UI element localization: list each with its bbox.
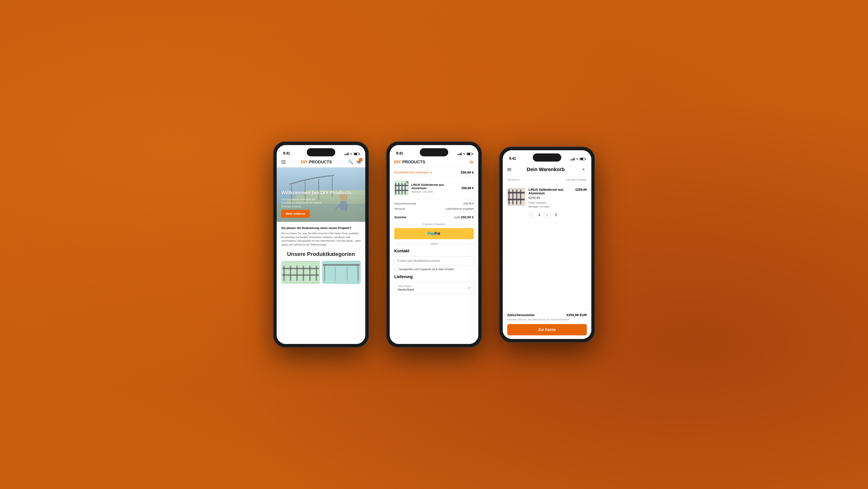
signal-icon-1 [344, 152, 348, 155]
logo-1: DIY - PRODUCTS . [301, 160, 333, 165]
cart-item-row: LINUS Geländerset aus Aluminium €259,99 … [503, 183, 591, 223]
cart-item-name: LINUS Geländerset aus Aluminium [528, 188, 575, 195]
dynamic-island-2 [420, 148, 448, 156]
cta-button-1[interactable]: Mehr erfahren [281, 210, 310, 218]
signal-icon-3 [570, 158, 575, 161]
newsletter-checkbox[interactable] [394, 268, 397, 271]
svg-rect-42 [507, 188, 525, 206]
delete-icon[interactable]: 🗑 [554, 213, 558, 217]
logo-2: DIY - PRODUCTS . [394, 160, 426, 165]
product-grid-1 [281, 261, 361, 284]
email-input[interactable] [394, 256, 474, 265]
col-product: PRODUKT [507, 178, 520, 181]
tax-note: Inklusive Steuern, Versand wird an der K… [507, 318, 587, 321]
cart-attr-farbe: Farbe: anthrazit, [528, 201, 575, 205]
cart-menu-icon[interactable] [507, 168, 511, 171]
order-summary-toggle[interactable]: Bestellübersicht verbergen ▲ 259,99 € [394, 168, 474, 177]
phone-2: 9:41 ∿ DIY - PRODUCTS . [386, 142, 482, 347]
country-label: Land / Region [398, 285, 470, 287]
country-select-wrap: Land / Region Deutschland ▼ [394, 282, 474, 294]
svg-rect-34 [395, 190, 408, 191]
total-row: Summe EUR259,99 € [394, 212, 474, 219]
cart-icon-wrap-1[interactable]: 🛍 2 [357, 160, 361, 165]
price-rows: Zwischensumme 259,99 € Versand Lieferadr… [394, 199, 474, 219]
svg-rect-24 [358, 265, 359, 281]
subtotal-value: 259,99 € [463, 202, 474, 205]
order-item-image: 1 [394, 181, 409, 195]
subtotal-row: Zwischensumme 259,99 € [394, 202, 474, 205]
shipping-label: Versand [394, 207, 405, 210]
order-item-name: LINUS Geländerset aus Aluminium [411, 183, 459, 190]
quantity-control: − 1 + 🗑 [528, 211, 587, 218]
qty-decrease-button[interactable]: − [528, 211, 535, 218]
wifi-icon-3: ∿ [576, 157, 578, 161]
hero-desc-1: Das Komplettset beinhaltet alle notwendi… [281, 198, 322, 208]
svg-rect-31 [401, 183, 403, 194]
cart-icon-2[interactable]: 🛍 [469, 160, 474, 165]
search-icon-1[interactable]: 🔍 [348, 160, 353, 165]
section-desc-1: Bei uns finden Sie, was Sie dafür brauch… [281, 231, 361, 247]
hero-text-1: Willkommen bei DIY-Products Das Komplett… [281, 190, 352, 208]
subtotal-label: Zwischensumme [394, 202, 416, 205]
cart-item-details: LINUS Geländerset aus Aluminium €259,99 … [528, 188, 575, 209]
svg-rect-30 [398, 183, 399, 194]
screen-1: Willkommen bei DIY-Products Das Komplett… [277, 168, 365, 344]
battery-icon-1 [353, 152, 359, 155]
product-thumb-1 [281, 261, 320, 284]
chevron-up-icon: ▲ [430, 171, 433, 174]
svg-rect-29 [395, 183, 396, 194]
product-thumb-2 [322, 261, 361, 284]
order-item-row: 1 LINUS Geländerset aus Aluminium anthra… [394, 181, 474, 195]
order-item-price: 259,99 € [462, 186, 474, 190]
paypal-button[interactable]: PayPal [394, 228, 474, 239]
svg-rect-20 [282, 268, 319, 269]
phone-3: 9:41 ∿ [500, 147, 594, 342]
svg-rect-27 [347, 267, 348, 281]
qty-increase-button[interactable]: + [544, 211, 550, 218]
hero-title-1: Willkommen bei DIY-Products [281, 190, 352, 196]
country-select[interactable]: Land / Region Deutschland [394, 282, 474, 294]
hero-section-1: Willkommen bei DIY-Products Das Komplett… [277, 168, 365, 222]
status-icons-3: ∿ [570, 157, 585, 161]
time-1: 9:41 [283, 151, 290, 155]
time-2: 9:41 [396, 151, 403, 155]
categories-title-1: Unsere Produktkategorien [281, 251, 361, 257]
svg-rect-21 [282, 275, 319, 276]
delivery-title: Lieferung [394, 275, 474, 279]
cart-attr-montage: Montage: von oben [528, 205, 575, 209]
order-total-display: 259,99 € [461, 170, 474, 174]
cart-drawer: Dein Warenkorb × PRODUKT GESAMTSUMME [503, 163, 591, 339]
cart-footer: Zwischensumme €259,99 EUR Inklusive Steu… [503, 309, 591, 339]
svg-rect-26 [335, 267, 336, 281]
order-item-details: LINUS Geländerset aus Aluminium anthrazi… [411, 183, 459, 193]
cart-subtotal-row: Zwischensumme €259,99 EUR [507, 313, 587, 317]
svg-rect-32 [405, 183, 406, 194]
battery-icon-2 [467, 152, 472, 155]
cart-title: Dein Warenkorb [527, 167, 565, 172]
cart-header: Dein Warenkorb × [503, 163, 591, 177]
svg-rect-25 [323, 264, 360, 266]
col-total: GESAMTSUMME [566, 178, 587, 181]
cart-item-attrs: Farbe: anthrazit, Montage: von oben [528, 201, 575, 209]
oder-divider: ODER [394, 242, 474, 246]
cart-item-image [507, 188, 525, 206]
section-question-1: Sie planen die Realisierung eines neuen … [281, 226, 361, 230]
svg-rect-33 [395, 185, 408, 186]
battery-icon-3 [580, 158, 585, 161]
status-icons-1: ∿ [344, 152, 359, 155]
signal-icon-2 [458, 152, 462, 155]
shipping-row: Versand Lieferadresse eingeben [394, 207, 474, 210]
checkout-button[interactable]: Zur Kasse [507, 324, 587, 335]
total-label: Summe [394, 215, 406, 219]
screen-2: Bestellübersicht verbergen ▲ 259,99 € [390, 168, 478, 344]
order-item-variant: anthrazit / von oben [411, 190, 459, 193]
total-value: EUR259,99 € [454, 215, 474, 219]
phone-1: 9:41 ∿ DIY [274, 142, 368, 347]
menu-button-1[interactable] [281, 161, 286, 164]
express-checkout-label: Express Checkout [394, 223, 474, 226]
shipping-value: Lieferadresse eingeben [445, 207, 474, 210]
dynamic-island [307, 148, 335, 156]
qty-value: 1 [537, 213, 541, 217]
navbar-1: DIY - PRODUCTS . 🔍 🛍 2 [277, 157, 365, 168]
close-button[interactable]: × [580, 166, 587, 173]
